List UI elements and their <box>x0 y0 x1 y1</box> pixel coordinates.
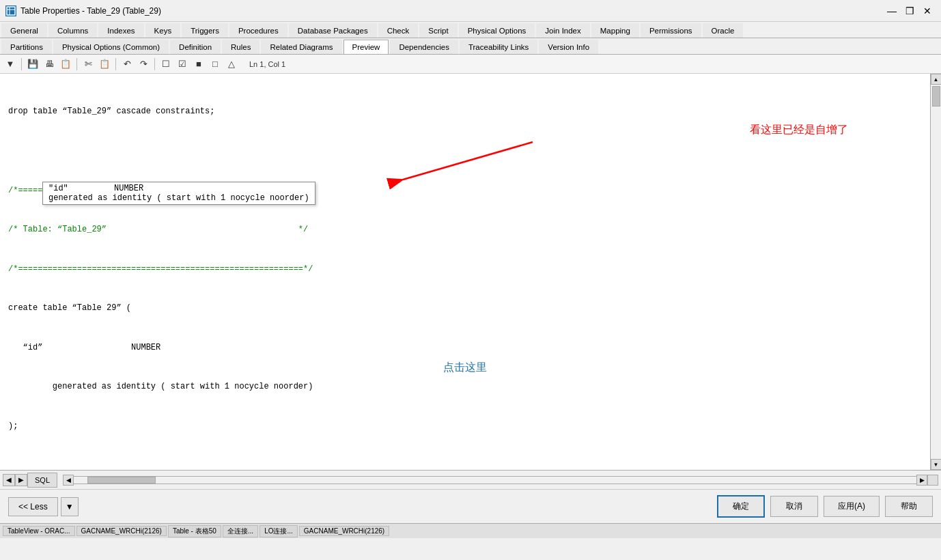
toolbar-cut-btn[interactable]: ✄ <box>81 57 96 72</box>
toolbar-redo-btn[interactable]: ↷ <box>136 57 151 72</box>
toolbar-btn-5[interactable]: ☐ <box>158 57 173 72</box>
tab-nav-left[interactable]: ◀ <box>3 474 15 486</box>
hscroll-left-btn[interactable]: ◀ <box>63 475 74 486</box>
tab-permissions[interactable]: Permissions <box>641 23 701 38</box>
tab-partitions[interactable]: Partitions <box>1 40 52 54</box>
hscroll-track <box>74 476 916 484</box>
tab-join-index[interactable]: Join Index <box>536 23 589 38</box>
code-line-5: /*======================================… <box>8 263 922 276</box>
autocomplete-row-2: generated as identity ( start with 1 noc… <box>48 193 309 203</box>
code-wrapper: drop table “Table_29” cascade constraint… <box>0 74 941 470</box>
status-item-1: TableView - ORAC... <box>3 526 75 536</box>
toolbar-undo-btn[interactable]: ↶ <box>120 57 135 72</box>
code-line-9: ); <box>8 420 922 433</box>
tab-physical-options[interactable]: Physical Options <box>459 23 535 38</box>
toolbar-print-btn[interactable]: 🖶 <box>42 57 57 72</box>
footer-right: 确定 取消 应用(A) 帮助 <box>717 495 933 518</box>
app-icon <box>5 5 16 16</box>
toolbar-paste-btn[interactable]: 📋 <box>97 57 112 72</box>
bottom-area: ◀ ▶ SQL ◀ ▶ ​ <box>0 470 941 489</box>
scroll-thumb[interactable] <box>932 86 940 107</box>
tab-nav-right[interactable]: ▶ <box>15 474 27 486</box>
toolbar-copy-btn[interactable]: 📋 <box>58 57 73 72</box>
footer-left: << Less ▼ <box>8 497 79 516</box>
tab-definition[interactable]: Definition <box>170 40 221 54</box>
status-item-2: GACNAME_WRCHi(2126) <box>76 526 167 536</box>
ac-col2: NUMBER <box>114 184 143 193</box>
apply-button[interactable]: 应用(A) <box>824 496 880 517</box>
tab-traceability-links[interactable]: Traceability Links <box>460 40 537 54</box>
tab-mapping[interactable]: Mapping <box>591 23 639 38</box>
tab-dependencies[interactable]: Dependencies <box>390 40 458 54</box>
content-area: drop table “Table_29” cascade constraint… <box>0 74 941 489</box>
autocomplete-row: "id" NUMBER <box>48 184 309 193</box>
resize-corner: ​ <box>927 475 938 486</box>
code-line-8: generated as identity ( start with 1 noc… <box>8 380 922 393</box>
tab-rules[interactable]: Rules <box>222 40 259 54</box>
status-item-6: GACNAME_WRCHi(2126) <box>299 526 389 536</box>
toolbar-sep-3 <box>115 58 116 70</box>
ac-col1: "id" <box>48 184 103 193</box>
tab-triggers[interactable]: Triggers <box>182 23 228 38</box>
tab-row-1: General Columns Indexes Keys Triggers Pr… <box>0 22 941 38</box>
titlebar: Table Properties - Table_29 (Table_29) —… <box>0 0 941 22</box>
tab-script[interactable]: Script <box>419 23 457 38</box>
tab-columns[interactable]: Columns <box>48 23 97 38</box>
toolbar-sep-1 <box>21 58 22 70</box>
tab-general[interactable]: General <box>1 23 47 38</box>
statusbar: TableView - ORAC... GACNAME_WRCHi(2126) … <box>0 523 941 538</box>
status-item-5: LO连接... <box>259 525 298 537</box>
close-button[interactable]: ✕ <box>919 4 936 18</box>
tab-check[interactable]: Check <box>378 23 419 38</box>
code-line-10 <box>8 459 922 470</box>
autocomplete-popup: "id" NUMBER generated as identity ( star… <box>42 182 315 205</box>
main-window: Table Properties - Table_29 (Table_29) —… <box>0 0 941 538</box>
tab-database-packages[interactable]: Database Packages <box>289 23 377 38</box>
scroll-track <box>931 85 941 459</box>
code-container[interactable]: drop table “Table_29” cascade constraint… <box>0 74 930 470</box>
status-item-4: 全连接... <box>223 525 258 537</box>
tab-preview[interactable]: Preview <box>343 40 389 54</box>
tab-version-info[interactable]: Version Info <box>539 40 598 54</box>
help-button[interactable]: 帮助 <box>885 496 933 517</box>
toolbar-btn-7[interactable]: ■ <box>191 57 206 72</box>
tab-indexes[interactable]: Indexes <box>98 23 143 38</box>
toolbar-sep-4 <box>154 58 155 70</box>
titlebar-left: Table Properties - Table_29 (Table_29) <box>5 5 161 16</box>
footer-dropdown-button[interactable]: ▼ <box>61 497 79 516</box>
toolbar-btn-9[interactable]: △ <box>224 57 239 72</box>
tab-row-2: Partitions Physical Options (Common) Def… <box>0 38 941 54</box>
toolbar-btn-6[interactable]: ☑ <box>175 57 190 72</box>
minimize-button[interactable]: — <box>884 4 900 18</box>
hscroll-right-btn[interactable]: ▶ <box>916 475 927 486</box>
toolbar-menu-btn[interactable]: ▼ <box>3 57 18 72</box>
tab-related-diagrams[interactable]: Related Diagrams <box>261 40 341 54</box>
titlebar-controls: — ❒ ✕ <box>884 4 936 18</box>
sql-tab[interactable]: SQL <box>27 473 57 488</box>
toolbar-btn-8[interactable]: □ <box>208 57 223 72</box>
cancel-button[interactable]: 取消 <box>770 496 818 517</box>
code-line-4: /* Table: “Table_29” */ <box>8 223 922 236</box>
less-button[interactable]: << Less <box>8 497 58 516</box>
ac-continuation: generated as identity ( start with 1 noc… <box>48 193 309 203</box>
code-line-7: “id” NUMBER <box>8 341 922 354</box>
cursor-location: Ln 1, Col 1 <box>246 58 289 70</box>
code-line-2 <box>8 145 922 158</box>
scroll-up-button[interactable]: ▲ <box>931 74 942 85</box>
toolbar-sep-2 <box>76 58 77 70</box>
svg-rect-0 <box>7 7 15 15</box>
toolbar-save-btn[interactable]: 💾 <box>25 57 40 72</box>
tab-oracle[interactable]: Oracle <box>703 23 744 38</box>
tab-physical-options-common[interactable]: Physical Options (Common) <box>53 40 169 54</box>
vertical-scrollbar: ▲ ▼ <box>930 74 941 470</box>
tab-keys[interactable]: Keys <box>145 23 181 38</box>
scroll-down-button[interactable]: ▼ <box>931 459 942 470</box>
toolbar: ▼ 💾 🖶 📋 ✄ 📋 ↶ ↷ ☐ ☑ ■ □ △ Ln 1, Col 1 <box>0 55 941 74</box>
ok-button[interactable]: 确定 <box>717 495 765 518</box>
code-area: drop table “Table_29” cascade constraint… <box>0 74 930 470</box>
hscroll-thumb[interactable] <box>87 477 156 484</box>
code-line-1: drop table “Table_29” cascade constraint… <box>8 105 922 118</box>
tab-procedures[interactable]: Procedures <box>229 23 287 38</box>
code-line-6: create table “Table 29” ( <box>8 302 922 315</box>
restore-button[interactable]: ❒ <box>901 4 918 18</box>
